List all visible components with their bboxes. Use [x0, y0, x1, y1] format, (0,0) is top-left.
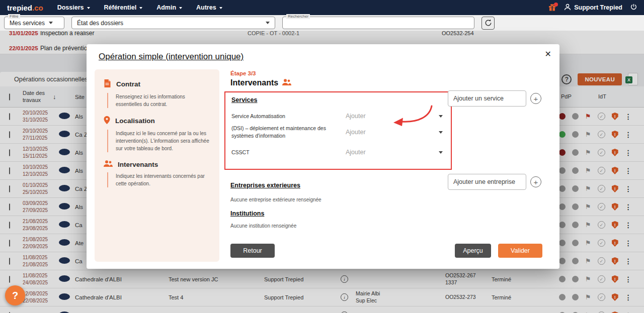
navbar-right: Support Trepied — [548, 3, 637, 12]
step-description: Indiquez ici le lieu concerné par la ou … — [107, 130, 210, 152]
modal-title: Opération simple (intervention unique) — [99, 52, 244, 62]
service-row: CSSCT Ajouter — [231, 145, 445, 160]
nav-menu-autres[interactable]: Autres — [196, 4, 222, 11]
step-indicator: Étape 3/3 — [230, 70, 256, 76]
rewards-gift-icon[interactable] — [548, 4, 556, 11]
people-icon — [282, 78, 291, 87]
nav-menu-referentiel[interactable]: Référentiel — [104, 4, 143, 11]
service-label: Service Automatisation — [231, 113, 340, 120]
chevron-down-icon — [219, 7, 222, 9]
service-label: (DSI) – déploiement et maintenance des s… — [231, 125, 340, 139]
add-service-input[interactable]: Ajouter un service — [448, 90, 526, 107]
nav-menu-label: Admin — [156, 4, 176, 11]
contract-icon — [104, 79, 111, 89]
add-entreprise-plus-icon[interactable]: + — [530, 176, 541, 187]
support-label: Support Trepied — [574, 4, 622, 11]
step-label: Contrat — [116, 80, 140, 88]
chevron-down-icon — [139, 7, 142, 9]
close-icon[interactable]: ✕ — [545, 49, 551, 59]
nav-menu-label: Autres — [196, 4, 216, 11]
filtre-label: Filtre — [8, 14, 20, 19]
apercu-button[interactable]: Aperçu — [455, 244, 491, 258]
chevron-down-icon — [439, 151, 443, 154]
step-description: Indiquez les intervenants concernés par … — [107, 172, 210, 187]
step-localisation[interactable]: Localisation Indiquez ici le lieu concer… — [104, 116, 210, 152]
search-input[interactable]: Rechercher — [282, 17, 474, 29]
user-icon — [564, 4, 571, 12]
step-description: Renseignez ici les informations essentie… — [107, 93, 210, 108]
chevron-down-icon — [439, 131, 443, 134]
help-button[interactable]: ? — [5, 285, 25, 305]
annotation-arrow — [389, 105, 434, 128]
chevron-down-icon — [439, 115, 443, 118]
entreprises-empty-text: Aucune entreprise extérieure renseignée — [230, 197, 321, 202]
step-label: Localisation — [115, 117, 155, 125]
steps-panel: Contrat Renseignez ici les informations … — [95, 69, 219, 262]
entreprises-heading: Entreprises exterieures — [230, 182, 300, 189]
modal-step-content: Étape 3/3 Intervenants Services Service … — [227, 70, 549, 262]
nav-menu-dossiers[interactable]: Dossiers — [57, 4, 90, 11]
chevron-down-icon — [179, 7, 182, 9]
services-heading: Services — [231, 96, 445, 103]
nav-menu-label: Dossiers — [57, 4, 84, 11]
support-link[interactable]: Support Trepied — [564, 4, 622, 12]
service-label: CSSCT — [231, 149, 340, 156]
people-icon — [104, 160, 113, 168]
service-dropdown-value: Ajouter — [346, 113, 366, 120]
service-dropdown[interactable]: Ajouter — [340, 149, 445, 156]
search-label: Rechercher — [286, 14, 310, 19]
institutions-empty-text: Aucune institution renseignée — [230, 223, 296, 229]
refresh-button[interactable] — [481, 17, 495, 30]
service-dropdown-value: Ajouter — [346, 129, 366, 136]
services-highlight-box: Services Service Automatisation Ajouter … — [224, 91, 452, 170]
map-pin-icon — [104, 116, 110, 126]
nav-menus: Dossiers Référentiel Admin Autres — [57, 4, 222, 11]
section-title: Intervenants — [230, 78, 278, 87]
power-icon[interactable] — [630, 3, 637, 12]
status-filter-value: État des dossiers — [77, 20, 123, 27]
step-contrat[interactable]: Contrat Renseignez ici les informations … — [104, 79, 210, 108]
valider-button[interactable]: Valider — [498, 244, 542, 258]
top-navbar: trepied.co Dossiers Référentiel Admin Au… — [0, 0, 644, 15]
operation-modal: ✕ Opération simple (intervention unique)… — [87, 44, 559, 269]
step-intervenants[interactable]: Intervenants Indiquez les intervenants c… — [104, 160, 210, 187]
services-filter-select[interactable]: Filtre Mes services — [4, 17, 64, 29]
add-entreprise-input[interactable]: Ajouter une entreprise — [448, 174, 526, 190]
chevron-down-icon — [266, 22, 270, 24]
institutions-heading: Institutions — [230, 210, 264, 217]
nav-menu-label: Référentiel — [104, 4, 137, 11]
brand-main: trepied — [7, 4, 32, 12]
dossier-status-select[interactable]: État des dossiers — [71, 17, 275, 29]
nav-menu-admin[interactable]: Admin — [156, 4, 182, 11]
retour-button[interactable]: Retour — [230, 244, 275, 258]
notification-badge — [554, 3, 558, 7]
chevron-down-icon — [49, 22, 53, 24]
add-service-plus-icon[interactable]: + — [530, 93, 541, 104]
services-filter-value: Mes services — [10, 20, 45, 27]
filter-bar: Filtre Mes services État des dossiers Re… — [0, 15, 644, 31]
brand-logo[interactable]: trepied.co — [7, 4, 43, 12]
brand-suffix: .co — [32, 4, 43, 12]
service-dropdown-value: Ajouter — [346, 149, 366, 156]
step-label: Intervenants — [118, 161, 158, 168]
chevron-down-icon — [87, 7, 90, 9]
service-dropdown[interactable]: Ajouter — [340, 129, 445, 136]
